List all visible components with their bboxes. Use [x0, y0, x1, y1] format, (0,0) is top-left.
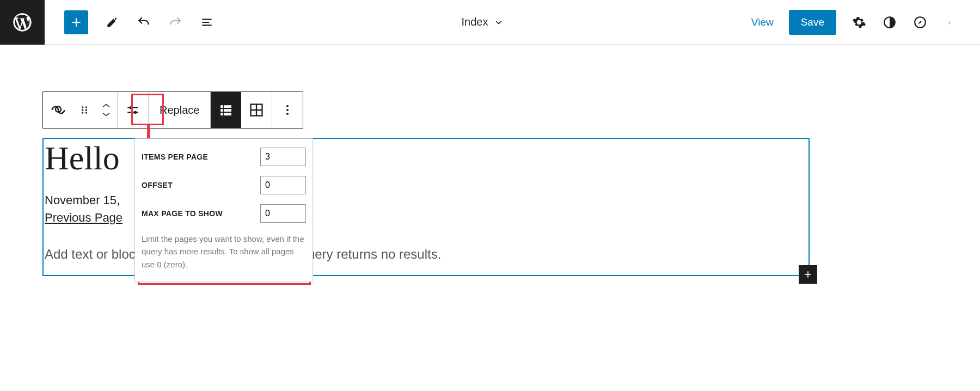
svg-point-11: [130, 106, 132, 109]
offset-label: Offset: [142, 181, 173, 190]
edit-tool-button[interactable]: [105, 15, 120, 30]
svg-point-12: [134, 111, 137, 114]
wordpress-logo-button[interactable]: [0, 0, 45, 45]
svg-point-5: [82, 106, 83, 108]
kebab-icon: [285, 103, 290, 117]
undo-button[interactable]: [136, 15, 151, 30]
display-settings-popover: Items per page Offset Max page to show L…: [134, 138, 313, 282]
grid-layout-button[interactable]: [241, 92, 272, 128]
previous-page-link[interactable]: Previous Page: [45, 211, 122, 225]
svg-point-15: [286, 109, 289, 111]
compass-icon: [913, 15, 927, 29]
plus-icon: [69, 15, 83, 29]
block-appender-button[interactable]: [799, 265, 817, 284]
svg-point-6: [85, 106, 87, 108]
max-page-input[interactable]: [260, 204, 306, 223]
top-right-tools: View Save: [751, 10, 980, 35]
max-page-help-text: Limit the pages you want to show, even i…: [142, 233, 306, 271]
wordpress-logo-icon: [11, 11, 33, 33]
query-loop-block-icon-button[interactable]: [43, 92, 74, 128]
undo-icon: [137, 15, 151, 29]
view-link[interactable]: View: [751, 16, 774, 28]
svg-point-14: [286, 105, 289, 107]
top-left-tools: [45, 10, 215, 34]
max-page-label: Max page to show: [142, 209, 223, 218]
styles-button[interactable]: [882, 15, 897, 30]
gear-icon: [852, 15, 866, 29]
svg-point-7: [82, 109, 83, 111]
replace-button[interactable]: Replace: [149, 92, 210, 128]
redo-button[interactable]: [168, 15, 183, 30]
svg-point-9: [82, 112, 83, 113]
navigation-button[interactable]: [912, 15, 928, 30]
block-toolbar: Replace: [42, 91, 303, 129]
move-up-down-buttons[interactable]: [95, 92, 117, 128]
editor-top-bar: Index View Save: [0, 0, 980, 45]
options-menu-button[interactable]: [943, 15, 958, 30]
template-title-dropdown[interactable]: Index: [215, 16, 751, 28]
list-view-icon: [200, 15, 214, 29]
pencil-icon: [105, 15, 119, 29]
block-options-button[interactable]: [272, 92, 303, 128]
sliders-icon: [126, 103, 140, 117]
items-per-page-label: Items per page: [142, 152, 208, 161]
kebab-icon: [948, 15, 953, 29]
svg-point-8: [85, 109, 87, 111]
grid-layout-icon: [249, 102, 264, 118]
offset-input[interactable]: [260, 176, 306, 194]
svg-point-16: [286, 113, 289, 115]
svg-point-3: [949, 22, 950, 22]
svg-point-2: [949, 20, 950, 21]
settings-button[interactable]: [852, 15, 867, 30]
drag-handle-icon: [79, 105, 90, 115]
display-settings-button[interactable]: [118, 92, 148, 128]
svg-point-4: [949, 23, 950, 24]
loop-icon: [50, 102, 66, 118]
list-layout-icon: [218, 102, 234, 118]
list-layout-button[interactable]: [211, 92, 241, 128]
save-button[interactable]: Save: [789, 10, 836, 35]
chevron-down-icon: [493, 17, 504, 28]
plus-icon: [803, 269, 813, 280]
block-inserter-button[interactable]: [64, 10, 88, 34]
svg-point-10: [85, 112, 87, 113]
template-title-label: Index: [461, 16, 488, 28]
half-circle-icon: [883, 15, 897, 29]
chevron-up-icon: [101, 103, 111, 108]
redo-icon: [168, 15, 182, 29]
list-view-button[interactable]: [199, 15, 215, 30]
chevron-down-icon: [101, 112, 111, 117]
drag-handle[interactable]: [74, 92, 95, 128]
items-per-page-input[interactable]: [260, 148, 306, 166]
